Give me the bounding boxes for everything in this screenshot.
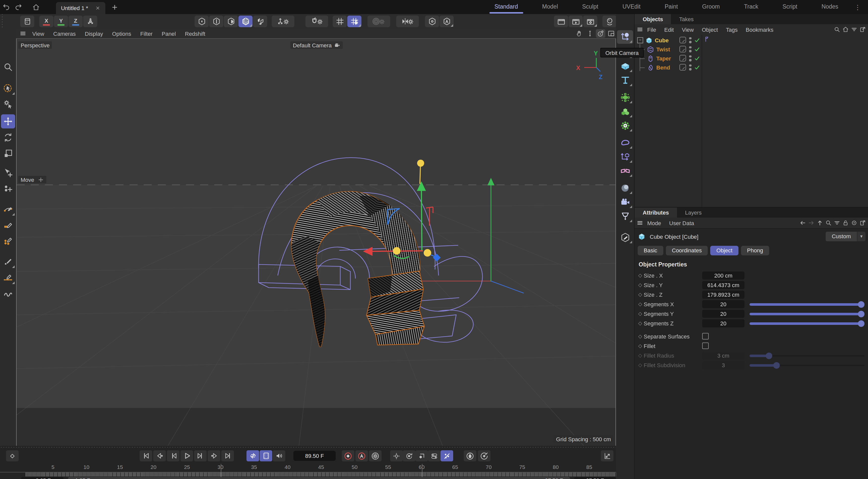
snap-settings-button[interactable] (306, 15, 328, 27)
mograph-cloner-button[interactable] (617, 91, 633, 104)
primitive-objects-button[interactable] (617, 60, 633, 73)
symmetry-settings-button[interactable] (396, 15, 419, 27)
workspace-tab-nodes[interactable]: Nodes (809, 0, 850, 14)
mode-model-button[interactable] (239, 15, 252, 27)
environment-objects-button[interactable] (617, 181, 633, 195)
more-workspaces-icon[interactable]: ⋮ (850, 3, 865, 11)
key-dot-icon[interactable]: ◇ (637, 343, 644, 348)
camera-icon[interactable] (334, 42, 340, 48)
motion-tracking-button[interactable] (617, 164, 633, 178)
tree-row-twist[interactable]: Twist (634, 45, 868, 54)
grid-quantize-button[interactable] (333, 15, 347, 27)
falloff-settings-button[interactable] (368, 15, 390, 27)
checkbox[interactable] (702, 342, 709, 349)
key-dot-icon[interactable]: ◇ (637, 334, 644, 339)
key-dot-icon[interactable]: ◇ (637, 273, 644, 278)
camera-label[interactable]: Default Camera (290, 41, 343, 49)
simulation-button[interactable] (617, 119, 633, 133)
key-dot-icon[interactable]: ◇ (637, 311, 644, 316)
tree-row-taper[interactable]: Taper (634, 54, 868, 63)
objects-menu-tags[interactable]: Tags (722, 27, 742, 33)
range-start-field[interactable]: -8.25 F (21, 477, 63, 479)
home-icon[interactable] (31, 2, 40, 11)
workplane-settings-button[interactable] (272, 15, 294, 27)
knife-tool[interactable] (1, 254, 15, 269)
viewport-menu-icon[interactable] (18, 29, 28, 38)
tab-layers[interactable]: Layers (677, 207, 710, 217)
graph-view-button[interactable] (601, 450, 614, 461)
layer-toggle[interactable] (680, 46, 686, 53)
workspace-tab-paint[interactable]: Paint (652, 0, 690, 14)
loop-playback-button[interactable] (247, 450, 259, 461)
visibility-dots[interactable] (689, 37, 691, 43)
viewport-menu-options[interactable]: Options (107, 31, 136, 36)
mode-points-button[interactable] (194, 15, 209, 27)
objects-menu-bookmarks[interactable]: Bookmarks (742, 27, 777, 33)
scale-tool[interactable] (1, 146, 15, 161)
target-button[interactable] (850, 219, 858, 227)
attributes-menu-mode[interactable]: Mode (643, 220, 665, 226)
layer-toggle[interactable] (680, 55, 686, 62)
mode-fragments-button[interactable] (253, 15, 267, 27)
enabled-check-icon[interactable] (694, 37, 700, 43)
attributes-menu-icon[interactable] (637, 219, 643, 226)
world-axis-button[interactable] (83, 15, 97, 27)
tab-takes[interactable]: Takes (671, 14, 702, 24)
render-picture-viewer-button[interactable] (568, 15, 583, 27)
timeline-marker[interactable] (422, 464, 422, 477)
axis-y-lock-button[interactable]: Y (54, 15, 68, 27)
enabled-check-icon[interactable] (694, 64, 700, 70)
skip-end-button[interactable] (221, 450, 234, 461)
play-sound-film-button[interactable] (259, 450, 272, 461)
objects-menu-file[interactable]: File (643, 27, 660, 33)
value-slider[interactable] (749, 300, 865, 308)
objects-menu-view[interactable]: View (678, 27, 698, 33)
sound-button[interactable] (273, 450, 285, 461)
annotation-tag-icon[interactable] (704, 36, 711, 43)
material-manager-button[interactable] (617, 231, 633, 244)
rotate-tool[interactable] (1, 131, 15, 144)
pop-out-button[interactable] (859, 219, 867, 227)
add-keyframe-button[interactable] (6, 450, 19, 461)
motext-button[interactable] (617, 73, 633, 87)
light-object-button[interactable] (617, 209, 633, 223)
workspace-tab-groom[interactable]: Groom (690, 0, 732, 14)
record-keyframe-button[interactable] (342, 450, 354, 461)
render-view-button[interactable] (554, 15, 568, 27)
undo-button[interactable] (1, 2, 10, 11)
section-tab-object[interactable]: Object (710, 246, 739, 255)
key-dot-icon[interactable]: ◇ (637, 362, 644, 368)
move-tool[interactable] (1, 114, 15, 129)
workspace-tab-sculpt[interactable]: Sculpt (570, 0, 611, 14)
close-tab-icon[interactable] (95, 5, 100, 10)
search-button[interactable] (824, 219, 832, 227)
object-name[interactable]: Bend (656, 65, 670, 70)
objects-menu-icon[interactable] (637, 26, 643, 33)
redo-button[interactable] (13, 2, 23, 11)
axis-z-lock-button[interactable]: Z (68, 15, 83, 27)
frame-prev-button[interactable] (167, 450, 180, 461)
tweak-tool[interactable] (1, 97, 15, 111)
key-dot-icon[interactable]: ◇ (637, 320, 644, 326)
viewport-menu-cameras[interactable]: Cameras (49, 31, 80, 36)
visibility-dots[interactable] (689, 55, 691, 61)
arrow-left-button[interactable] (799, 219, 806, 227)
viewport-solo-button[interactable] (20, 15, 34, 27)
spline-smooth-tool[interactable] (1, 286, 15, 301)
key-parameter-button[interactable] (428, 450, 440, 461)
mode-edges-button[interactable] (209, 15, 223, 27)
key-rotation-button[interactable] (403, 450, 415, 461)
line-cut-tool[interactable] (1, 271, 15, 284)
object-name[interactable]: Twist (656, 46, 670, 53)
interactive-render-button[interactable] (602, 15, 617, 27)
workspace-tab-model[interactable]: Model (530, 0, 570, 14)
pop-out-button[interactable] (859, 26, 867, 34)
key-dot-icon[interactable]: ◇ (637, 352, 644, 358)
key-pla-button[interactable] (440, 450, 453, 461)
value-slider[interactable] (749, 319, 865, 327)
key-scale-button[interactable] (415, 450, 428, 461)
keyframe-settings-button[interactable] (369, 450, 381, 461)
taper-deformer-icon[interactable] (647, 55, 654, 62)
filter-button[interactable] (850, 26, 858, 34)
pan-hand-button[interactable] (575, 29, 584, 38)
